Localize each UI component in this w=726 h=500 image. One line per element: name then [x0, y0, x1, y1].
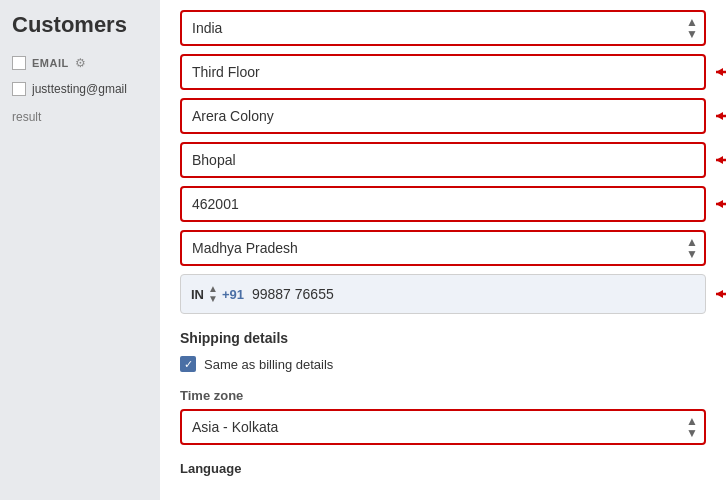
phone-country-code: IN — [191, 287, 204, 302]
svg-marker-9 — [716, 290, 723, 298]
svg-marker-7 — [716, 200, 723, 208]
same-as-billing-row: Same as billing details — [180, 356, 706, 372]
arrow1-annotation — [711, 62, 726, 82]
address1-field-row — [180, 54, 706, 90]
address1-input[interactable] — [180, 54, 706, 90]
svg-marker-5 — [716, 156, 723, 164]
timezone-select[interactable]: Asia - Kolkata Asia - Mumbai UTC America… — [180, 409, 706, 445]
timezone-section-header: Time zone — [180, 388, 706, 403]
gear-icon[interactable]: ⚙ — [75, 56, 86, 70]
phone-isd-code: +91 — [222, 287, 244, 302]
state-select-wrapper: Madhya Pradesh Maharashtra Delhi Karnata… — [180, 230, 706, 266]
country-select[interactable]: India United States United Kingdom — [180, 10, 706, 46]
timezone-select-wrapper: Asia - Kolkata Asia - Mumbai UTC America… — [180, 409, 706, 445]
country-field-row: India United States United Kingdom ▲ ▼ — [180, 10, 706, 46]
sidebar-email-header: EMAIL ⚙ — [0, 50, 160, 76]
arrow5-annotation — [711, 284, 726, 304]
timezone-field-row: Asia - Kolkata Asia - Mumbai UTC America… — [180, 409, 706, 445]
arrow3-annotation — [711, 150, 726, 170]
phone-number: 99887 76655 — [252, 286, 334, 302]
language-section-header: Language — [180, 461, 706, 476]
shipping-section-header: Shipping details — [180, 330, 706, 346]
result-text: result — [0, 102, 160, 132]
state-select[interactable]: Madhya Pradesh Maharashtra Delhi Karnata… — [180, 230, 706, 266]
arrow2-annotation — [711, 106, 726, 126]
same-as-billing-checkbox[interactable] — [180, 356, 196, 372]
email-column-label: EMAIL — [32, 57, 69, 69]
sidebar-email-row: justtesting@gmail — [0, 76, 160, 102]
main-form: India United States United Kingdom ▲ ▼ — [160, 0, 726, 500]
phone-field[interactable]: IN ▲ ▼ +91 99887 76655 — [180, 274, 706, 314]
city-field-row — [180, 142, 706, 178]
phone-arrows-icon[interactable]: ▲ ▼ — [208, 284, 218, 304]
address2-input[interactable] — [180, 98, 706, 134]
country-select-wrapper: India United States United Kingdom ▲ ▼ — [180, 10, 706, 46]
svg-marker-1 — [716, 68, 723, 76]
svg-marker-3 — [716, 112, 723, 120]
arrow4-annotation — [711, 194, 726, 214]
postal-code-field-row — [180, 186, 706, 222]
same-as-billing-label: Same as billing details — [204, 357, 333, 372]
email-row-checkbox[interactable] — [12, 82, 26, 96]
address2-field-row — [180, 98, 706, 134]
sidebar-title: Customers — [0, 12, 160, 50]
email-value: justtesting@gmail — [32, 82, 127, 96]
state-field-row: Madhya Pradesh Maharashtra Delhi Karnata… — [180, 230, 706, 266]
postal-code-input[interactable] — [180, 186, 706, 222]
city-input[interactable] — [180, 142, 706, 178]
email-checkbox[interactable] — [12, 56, 26, 70]
phone-field-row: IN ▲ ▼ +91 99887 76655 — [180, 274, 706, 314]
sidebar: Customers EMAIL ⚙ justtesting@gmail resu… — [0, 0, 160, 500]
